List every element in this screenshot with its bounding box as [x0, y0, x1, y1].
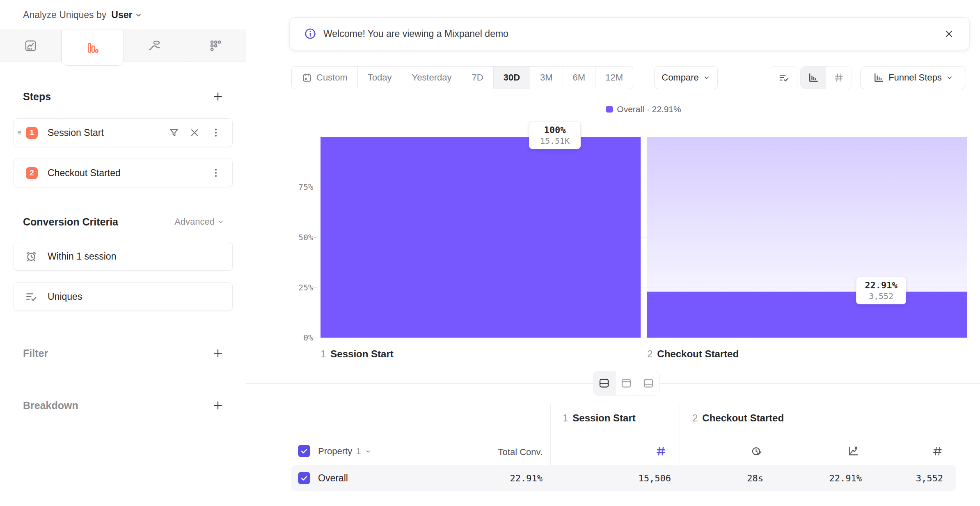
- row-avg-time: 28s: [681, 473, 763, 483]
- add-filter-button[interactable]: [211, 347, 224, 360]
- uniques-metric-button[interactable]: [770, 66, 797, 89]
- add-breakdown-button[interactable]: [211, 399, 224, 412]
- hash-icon: [932, 445, 943, 457]
- split-view-toggle[interactable]: [593, 371, 615, 395]
- funnel-chart: 75% 50% 25% 0% 100% 15.51K 22.91% 3,552: [321, 137, 967, 338]
- step-card-1[interactable]: 1 Session Start: [14, 118, 233, 147]
- steps-header: Steps: [23, 88, 224, 105]
- filter-title: Filter: [23, 347, 48, 359]
- breakdown-header: Breakdown: [23, 397, 224, 414]
- date-range-yesterday[interactable]: Yesterday: [402, 67, 462, 89]
- step-number-badge: 2: [26, 167, 38, 179]
- tab-funnels[interactable]: [62, 30, 124, 66]
- x-axis-step-label-2: 2 Checkout Started: [647, 348, 739, 360]
- chevron-down-icon: [217, 218, 224, 225]
- total-conv-column-header[interactable]: Total Conv.: [460, 447, 543, 458]
- step-name: Session Start: [330, 348, 393, 360]
- date-range-7d[interactable]: 7D: [462, 67, 494, 89]
- table-view-toggle[interactable]: [637, 371, 659, 395]
- value-display-toggle: [800, 66, 852, 89]
- demo-banner: Welcome! You are viewing a Mixpanel demo: [289, 17, 970, 50]
- count-column-icon-step1[interactable]: [655, 445, 667, 457]
- tooltip-count: 3,552: [863, 291, 899, 301]
- step-remove-icon[interactable]: [189, 127, 200, 138]
- banner-close-icon[interactable]: [943, 28, 955, 39]
- analyze-by-dropdown[interactable]: User: [111, 9, 142, 21]
- calendar-icon: [302, 72, 312, 83]
- step-event-label: Checkout Started: [48, 168, 121, 179]
- property-label: Property: [318, 446, 352, 457]
- date-range-custom[interactable]: Custom: [292, 67, 358, 89]
- step-number: 2: [647, 348, 653, 360]
- filter-header: Filter: [23, 345, 224, 361]
- count-column-icon-step2[interactable]: [932, 445, 943, 457]
- tab-retention[interactable]: [185, 30, 246, 62]
- bar-tooltip-step2: 22.91% 3,552: [856, 277, 906, 304]
- step-filter-icon[interactable]: [168, 127, 180, 138]
- date-range-3m[interactable]: 3M: [530, 67, 563, 89]
- tab-flows[interactable]: [124, 30, 185, 62]
- analyze-uniques-row: Analyze Uniques by User: [23, 0, 142, 30]
- step-menu-icon[interactable]: [210, 127, 222, 138]
- date-range-today[interactable]: Today: [358, 67, 402, 89]
- list-check-icon: [25, 290, 38, 303]
- add-step-button[interactable]: [211, 90, 224, 103]
- row-step2-count: 3,552: [861, 473, 943, 483]
- y-axis-tick: 50%: [284, 232, 313, 242]
- chart-legend-item[interactable]: Overall · 22.91%: [321, 104, 967, 115]
- step-number-badge: 1: [26, 127, 38, 139]
- compare-button[interactable]: Compare: [654, 66, 718, 89]
- property-dropdown[interactable]: Property 1: [318, 446, 372, 457]
- clock-check-icon: [750, 445, 762, 457]
- plus-icon: [212, 90, 224, 103]
- advanced-label: Advanced: [174, 216, 215, 227]
- y-axis-tick: 25%: [284, 283, 313, 292]
- date-range-12m[interactable]: 12M: [595, 67, 633, 89]
- counting-method-card[interactable]: Uniques: [14, 282, 233, 311]
- chevron-down-icon: [703, 74, 710, 81]
- row-step1-count: 15,506: [589, 473, 671, 483]
- advanced-dropdown[interactable]: Advanced: [174, 216, 224, 227]
- tooltip-percent: 22.91%: [863, 280, 899, 290]
- conversion-window-label: Within 1 session: [48, 251, 116, 262]
- conversion-rate-column-icon[interactable]: [847, 445, 859, 457]
- breakdown-title: Breakdown: [23, 400, 78, 412]
- row-step2-rate: 22.91%: [780, 473, 862, 483]
- row-total-conv: 22.91%: [460, 473, 543, 483]
- step-card-2[interactable]: 2 Checkout Started: [14, 159, 233, 187]
- bar-chart-icon: [873, 72, 884, 83]
- time-to-convert-column-icon[interactable]: [750, 445, 762, 457]
- date-range-30d[interactable]: 30D: [494, 67, 530, 89]
- chevron-down-icon: [946, 74, 953, 81]
- table-group-header-step1: 1 Session Start: [563, 412, 636, 424]
- plus-icon: [212, 399, 224, 412]
- counting-method-label: Uniques: [48, 291, 82, 302]
- info-icon: [304, 27, 317, 40]
- funnel-bar-step2[interactable]: [647, 292, 967, 338]
- percent-view-toggle[interactable]: [801, 67, 826, 89]
- compare-label: Compare: [662, 72, 698, 83]
- step-menu-icon[interactable]: [210, 167, 222, 179]
- steps-title: Steps: [23, 91, 51, 103]
- chart-view-toggle[interactable]: [615, 371, 637, 395]
- conversion-window-card[interactable]: Within 1 session: [14, 242, 233, 271]
- date-range-label: Custom: [316, 72, 348, 83]
- drag-handle-icon[interactable]: [16, 127, 26, 138]
- hash-icon: [655, 445, 667, 457]
- funnel-bars-icon: [86, 41, 99, 55]
- row-checkbox[interactable]: [298, 472, 310, 484]
- check-icon: [300, 474, 309, 483]
- tab-insights[interactable]: [0, 30, 62, 62]
- legend-swatch: [606, 106, 613, 113]
- banner-message: Welcome! You are viewing a Mixpanel demo: [323, 28, 508, 39]
- retention-grid-icon: [209, 39, 222, 53]
- date-range-6m[interactable]: 6M: [563, 67, 596, 89]
- bar-chart-icon: [808, 72, 819, 83]
- list-check-icon: [778, 72, 790, 83]
- chart-type-dropdown[interactable]: Funnel Steps: [860, 66, 966, 89]
- check-icon: [300, 446, 309, 455]
- select-all-checkbox[interactable]: [298, 445, 310, 457]
- number-view-toggle[interactable]: [826, 67, 852, 89]
- funnel-bar-step1[interactable]: [321, 137, 641, 338]
- y-axis-tick: 0%: [284, 333, 313, 343]
